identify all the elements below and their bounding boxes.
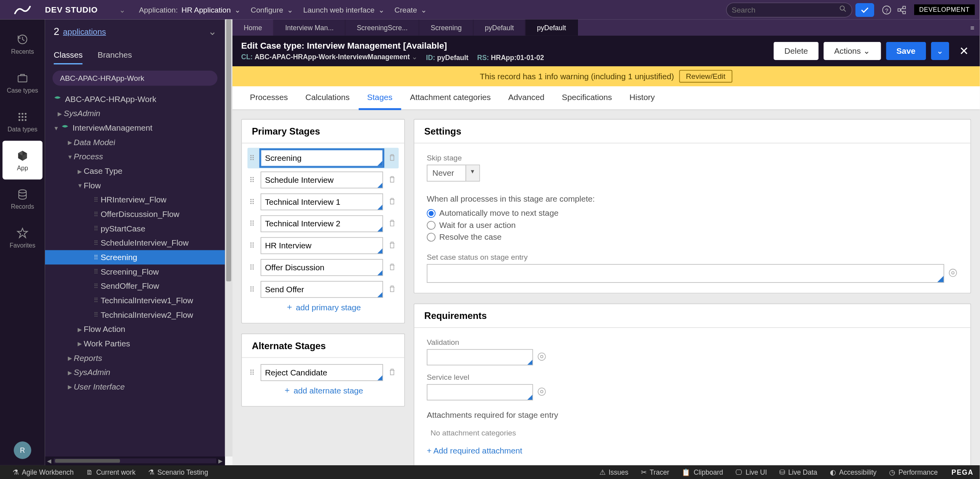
rail-app[interactable]: App (2, 141, 42, 180)
stage-row[interactable]: ⠿Technical Interview 2 (249, 215, 397, 232)
stage-row[interactable]: ⠿HR Interview (249, 237, 397, 254)
stage-row[interactable]: ⠿Schedule Interview (249, 171, 397, 188)
drag-handle-icon[interactable]: ⠿ (249, 153, 257, 162)
trash-icon[interactable] (387, 174, 397, 186)
resources-icon[interactable] (894, 5, 909, 15)
tree-flow-item[interactable]: ⠿HRInterview_Flow (45, 193, 225, 207)
tree-flow-action[interactable]: ▶ Flow Action (45, 322, 225, 337)
launch-menu[interactable]: Launch web interface ⌄ (298, 5, 390, 14)
add-primary-stage-link[interactable]: ＋add primary stage (249, 298, 397, 317)
drag-handle-icon[interactable]: ⠿ (249, 285, 257, 293)
stage-name-input[interactable]: Technical Interview 1 (261, 193, 383, 210)
add-attachment-link[interactable]: + Add required attachment (427, 446, 958, 455)
stage-name-input[interactable]: Technical Interview 2 (261, 215, 383, 232)
footer-agile-workbench[interactable]: ⚗Agile Workbench (6, 468, 80, 476)
rail-recents[interactable]: Recents (0, 24, 45, 63)
trash-icon[interactable] (387, 367, 397, 378)
save-dropdown-button[interactable]: ⌄ (931, 42, 949, 60)
service-level-input[interactable] (427, 384, 533, 400)
tab-calculations[interactable]: Calculations (297, 86, 359, 109)
actions-button[interactable]: Actions⌄ (824, 42, 881, 60)
tree-process[interactable]: ▼ Process (45, 149, 225, 164)
tab-classes[interactable]: Classes (54, 46, 83, 64)
doc-tab[interactable]: Interview Man... (274, 19, 346, 35)
tree-flow-item[interactable]: ⠿SendOffer_Flow (45, 279, 225, 293)
rail-favorites[interactable]: Favorites (0, 218, 45, 257)
stage-row[interactable]: ⠿Reject Candidate (249, 364, 397, 381)
gear-icon[interactable] (537, 386, 547, 398)
class-filter-input[interactable]: ABC-APAC-HRApp-Work (53, 71, 218, 86)
tree-root[interactable]: ABC-APAC-HRApp-Work (45, 92, 225, 106)
stage-row[interactable]: ⠿Screening (247, 148, 399, 168)
tree-flow-item[interactable]: ⠿pyStartCase (45, 221, 225, 236)
studio-switcher[interactable]: ⌄ (110, 5, 134, 14)
tab-advanced[interactable]: Advanced (499, 86, 553, 109)
tree-flow-item[interactable]: ⠿OfferDiscussion_Flow (45, 207, 225, 222)
drag-handle-icon[interactable]: ⠿ (249, 175, 257, 184)
save-button[interactable]: Save (886, 42, 926, 60)
create-menu[interactable]: Create ⌄ (390, 5, 432, 14)
drag-handle-icon[interactable]: ⠿ (249, 241, 257, 250)
search-box[interactable] (727, 3, 852, 16)
stage-name-input[interactable]: HR Interview (261, 237, 383, 254)
tree-data-model[interactable]: ▶ Data Model (45, 135, 225, 149)
gear-icon[interactable] (948, 267, 958, 279)
trash-icon[interactable] (387, 196, 397, 208)
tab-specifications[interactable]: Specifications (553, 86, 621, 109)
trash-icon[interactable] (387, 240, 397, 251)
tree-sysadmin[interactable]: ▶ SysAdmin (45, 106, 225, 121)
footer-live-ui[interactable]: 🖵Live UI (729, 468, 773, 476)
footer-live-data[interactable]: ⛁Live Data (773, 468, 823, 476)
explorer-vscrollbar[interactable] (225, 19, 232, 456)
footer-scenario-testing[interactable]: ⚗Scenario Testing (142, 468, 214, 476)
delete-button[interactable]: Delete (774, 42, 818, 60)
close-button[interactable]: ✕ (954, 44, 971, 58)
tree-flow-item-selected[interactable]: ⠿Screening (45, 250, 225, 265)
tree-flow-item[interactable]: ⠿TechnicalInterview2_Flow (45, 308, 225, 322)
tree-flow-item[interactable]: ⠿Screening_Flow (45, 264, 225, 279)
trash-icon[interactable] (387, 262, 397, 273)
tab-stages[interactable]: Stages (358, 86, 401, 110)
doc-tabs-menu[interactable]: ≡ (965, 19, 980, 35)
explorer-expand-icon[interactable]: ⌄ (208, 25, 216, 37)
stage-row[interactable]: ⠿Offer Discussion (249, 259, 397, 276)
tree-work-parties[interactable]: ▶ Work Parties (45, 337, 225, 351)
stage-name-input[interactable]: Reject Candidate (261, 364, 383, 381)
tree-flow-item[interactable]: ⠿ScheduleInterview_Flow (45, 236, 225, 250)
doc-tab[interactable]: pyDefault (474, 19, 526, 35)
radio-auto-move[interactable]: Automatically move to next stage (427, 207, 958, 219)
user-avatar[interactable]: R (14, 441, 31, 459)
applications-link[interactable]: applications (63, 27, 106, 36)
tab-branches[interactable]: Branches (98, 46, 132, 64)
explorer-hscrollbar[interactable]: ◀ ▶ (45, 457, 225, 465)
stage-name-input[interactable]: Send Offer (261, 281, 383, 298)
radio-wait-user[interactable]: Wait for a user action (427, 219, 958, 231)
review-edit-button[interactable]: Review/Edit (679, 70, 732, 83)
rail-case-types[interactable]: Case types (0, 63, 45, 102)
stage-name-input[interactable]: Offer Discussion (261, 259, 383, 276)
drag-handle-icon[interactable]: ⠿ (249, 219, 257, 228)
trash-icon[interactable] (387, 284, 397, 295)
tree-interview-mgmt[interactable]: ▼ InterviewManagement (45, 121, 225, 135)
footer-performance[interactable]: ◷Performance (883, 468, 944, 476)
scroll-left-icon[interactable]: ◀ (45, 458, 54, 464)
tree-sysadmin2[interactable]: ▶ SysAdmin (45, 365, 225, 380)
skip-stage-select[interactable]: Never ▼ (427, 164, 480, 181)
gear-icon[interactable] (537, 351, 547, 363)
tab-processes[interactable]: Processes (241, 86, 296, 109)
doc-tab[interactable]: ScreeningScre... (345, 19, 419, 35)
stage-row[interactable]: ⠿Technical Interview 1 (249, 193, 397, 210)
doc-tab[interactable]: Screening (419, 19, 474, 35)
chevron-down-icon[interactable]: ⌄ (412, 53, 417, 60)
scroll-right-icon[interactable]: ▶ (216, 458, 225, 464)
add-alternate-stage-link[interactable]: ＋add alternate stage (249, 381, 397, 400)
search-input[interactable] (731, 5, 839, 14)
rail-records[interactable]: Records (0, 179, 45, 218)
footer-tracer[interactable]: ✂Tracer (635, 468, 675, 476)
validation-input[interactable] (427, 349, 533, 365)
footer-clipboard[interactable]: 📋Clipboard (675, 468, 729, 476)
tab-history[interactable]: History (621, 86, 664, 109)
application-menu[interactable]: Application: HR Application ⌄ (134, 5, 246, 14)
tree-user-interface[interactable]: ▶ User Interface (45, 380, 225, 394)
tree-flow[interactable]: ▼ Flow (45, 178, 225, 193)
